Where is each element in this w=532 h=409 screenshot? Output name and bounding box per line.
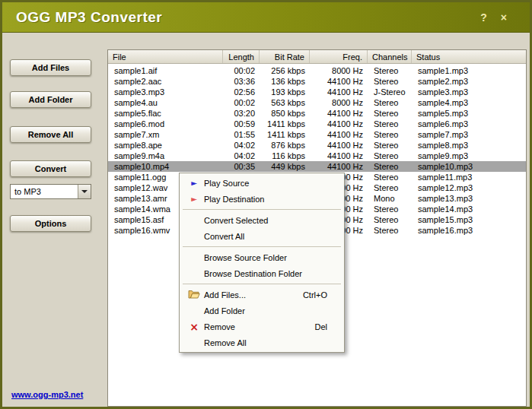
cell-length: 00:35 <box>223 162 260 171</box>
menu-item-label: Remove All <box>202 338 247 347</box>
menu-item-label: Play Source <box>202 179 249 188</box>
table-row[interactable]: sample3.mp302:56193 kbps44100 HzJ-Stereo… <box>108 87 526 97</box>
cell-status: sample12.mp3 <box>412 183 526 192</box>
cell-bit-rate: 563 kbps <box>260 98 310 107</box>
convert-button[interactable]: Convert <box>10 160 91 177</box>
table-row[interactable]: sample6.mod00:591411 kbps44100 HzStereos… <box>108 119 526 129</box>
cell-freq: 8000 Hz <box>310 98 368 107</box>
cell-bit-rate: 1411 kbps <box>260 130 310 139</box>
combo-selected-value: to MP3 <box>11 187 78 196</box>
cell-channels: Stereo <box>368 162 412 171</box>
cell-bit-rate: 449 kbps <box>260 162 310 171</box>
menu-item-remove[interactable]: × Remove Del <box>180 319 344 334</box>
cell-channels: Stereo <box>368 77 412 86</box>
cell-status: sample5.mp3 <box>412 109 526 118</box>
combo-dropdown-button[interactable] <box>78 185 91 198</box>
menu-item-add-folder[interactable]: Add Folder <box>180 303 344 319</box>
cell-bit-rate: 850 kbps <box>260 109 310 118</box>
menu-item-label: Browse Destination Folder <box>202 269 302 278</box>
table-row[interactable]: sample1.aif00:02256 kbps8000 HzStereosam… <box>108 65 526 76</box>
cell-freq: 44100 Hz <box>310 141 368 150</box>
cell-status: sample16.mp3 <box>412 226 526 235</box>
app-window: OGG MP3 Converter ? × Add Files Add Fold… <box>0 0 532 409</box>
cell-channels: Mono <box>368 194 412 203</box>
cell-status: sample9.mp3 <box>412 151 526 160</box>
cell-file: sample2.aac <box>108 77 223 86</box>
column-header-bitrate[interactable]: Bit Rate <box>260 50 310 63</box>
cell-file: sample9.m4a <box>108 151 223 160</box>
cell-freq: 44100 Hz <box>310 109 368 118</box>
website-link[interactable]: www.ogg-mp3.net <box>11 390 83 399</box>
help-button[interactable]: ? <box>480 12 487 23</box>
menu-item-browse-source-folder[interactable]: Browse Source Folder <box>180 249 344 265</box>
close-button[interactable]: × <box>501 12 507 23</box>
cell-length: 01:55 <box>223 130 260 139</box>
cell-channels: Stereo <box>368 204 412 214</box>
table-row[interactable]: sample4.au00:02563 kbps8000 HzStereosamp… <box>108 97 526 108</box>
cell-channels: Stereo <box>368 119 412 128</box>
menu-item-browse-destination-folder[interactable]: Browse Destination Folder <box>180 265 344 281</box>
cell-freq: 44100 Hz <box>310 119 368 128</box>
cell-bit-rate: 116 kbps <box>260 151 310 160</box>
open-folder-icon <box>186 290 202 300</box>
menu-item-label: Add Folder <box>202 306 245 315</box>
cell-freq: 8000 Hz <box>310 66 368 75</box>
column-header-freq[interactable]: Freq. <box>310 50 368 63</box>
convert-format-select[interactable]: to MP3 <box>10 184 91 199</box>
cell-file: sample5.flac <box>108 109 223 118</box>
cell-bit-rate: 256 kbps <box>260 66 310 75</box>
cell-channels: Stereo <box>368 173 412 182</box>
menu-item-shortcut: Del <box>314 322 336 331</box>
red-x-icon: × <box>186 322 202 332</box>
column-header-length[interactable]: Length <box>223 50 260 63</box>
chevron-down-icon <box>81 190 88 193</box>
menu-item-label: Browse Source Folder <box>202 253 287 262</box>
cell-status: sample3.mp3 <box>412 87 526 97</box>
options-button[interactable]: Options <box>10 215 91 232</box>
menu-item-add-files[interactable]: Add Files... Ctrl+O <box>180 287 344 303</box>
table-row[interactable]: sample8.ape04:02876 kbps44100 HzStereosa… <box>108 140 526 151</box>
cell-file: sample6.mod <box>108 119 223 128</box>
add-folder-button[interactable]: Add Folder <box>10 91 91 108</box>
cell-freq: 44100 Hz <box>310 77 368 86</box>
table-row[interactable]: sample9.m4a04:02116 kbps44100 HzStereosa… <box>108 151 526 161</box>
cell-length: 04:02 <box>223 151 260 160</box>
cell-length: 03:20 <box>223 109 260 118</box>
column-header-file[interactable]: File <box>108 50 223 63</box>
cell-freq: 44100 Hz <box>310 162 368 171</box>
cell-channels: Stereo <box>368 226 412 235</box>
menu-separator <box>183 284 341 284</box>
cell-channels: Stereo <box>368 130 412 139</box>
table-row[interactable]: sample2.aac03:36136 kbps44100 HzStereosa… <box>108 76 526 87</box>
cell-status: sample4.mp3 <box>412 98 526 107</box>
menu-item-convert-selected[interactable]: Convert Selected <box>180 212 344 228</box>
cell-freq: 44100 Hz <box>310 130 368 139</box>
cell-channels: Stereo <box>368 183 412 192</box>
menu-item-play-destination[interactable]: ► Play Destination <box>180 191 344 207</box>
cell-file: sample1.aif <box>108 66 223 75</box>
menu-separator <box>183 246 341 247</box>
column-header-status[interactable]: Status <box>412 50 526 63</box>
play-blue-icon: ► <box>186 179 202 187</box>
cell-status: sample13.mp3 <box>412 194 526 203</box>
cell-length: 04:02 <box>223 141 260 150</box>
cell-file: sample4.au <box>108 98 223 107</box>
menu-item-remove-all[interactable]: Remove All <box>180 334 344 350</box>
cell-file: sample10.mp4 <box>108 162 223 171</box>
cell-status: sample14.mp3 <box>412 204 526 214</box>
remove-all-button[interactable]: Remove All <box>10 126 91 143</box>
cell-channels: Stereo <box>368 151 412 160</box>
cell-file: sample8.ape <box>108 141 223 150</box>
cell-length: 03:36 <box>223 77 260 86</box>
menu-item-play-source[interactable]: ► Play Source <box>180 175 344 191</box>
column-header-channels[interactable]: Channels <box>368 50 412 63</box>
add-files-button[interactable]: Add Files <box>10 59 91 76</box>
cell-status: sample10.mp3 <box>412 162 526 171</box>
table-row[interactable]: sample7.xm01:551411 kbps44100 HzStereosa… <box>108 129 526 140</box>
table-row[interactable]: sample10.mp400:35449 kbps44100 HzStereos… <box>108 161 526 172</box>
cell-freq: 44100 Hz <box>310 87 368 97</box>
table-row[interactable]: sample5.flac03:20850 kbps44100 HzStereos… <box>108 108 526 119</box>
menu-item-convert-all[interactable]: Convert All <box>180 228 344 244</box>
titlebar-buttons: ? × <box>480 12 507 23</box>
cell-status: sample7.mp3 <box>412 130 526 139</box>
